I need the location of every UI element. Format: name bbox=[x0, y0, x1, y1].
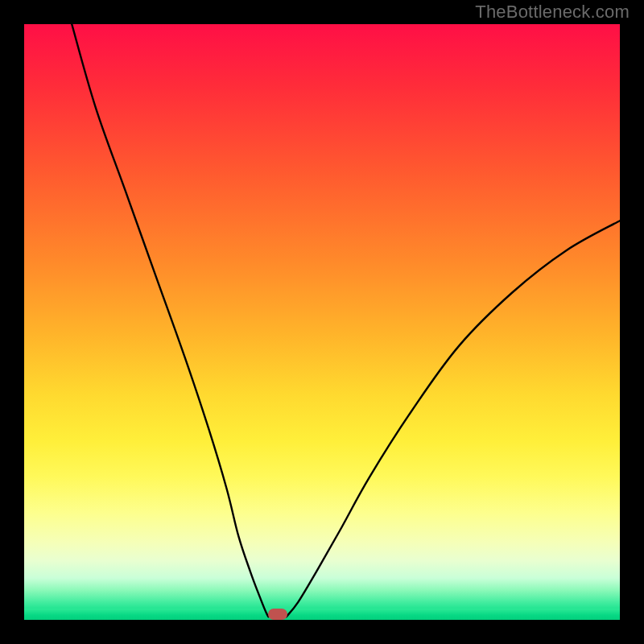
curve-svg bbox=[24, 24, 620, 620]
watermark-text: TheBottleneck.com bbox=[475, 2, 630, 23]
curve-left-branch bbox=[72, 24, 268, 617]
curve-right-branch bbox=[287, 221, 620, 617]
chart-frame: TheBottleneck.com bbox=[0, 0, 644, 644]
plot-area bbox=[24, 24, 620, 620]
optimum-marker bbox=[268, 609, 287, 620]
